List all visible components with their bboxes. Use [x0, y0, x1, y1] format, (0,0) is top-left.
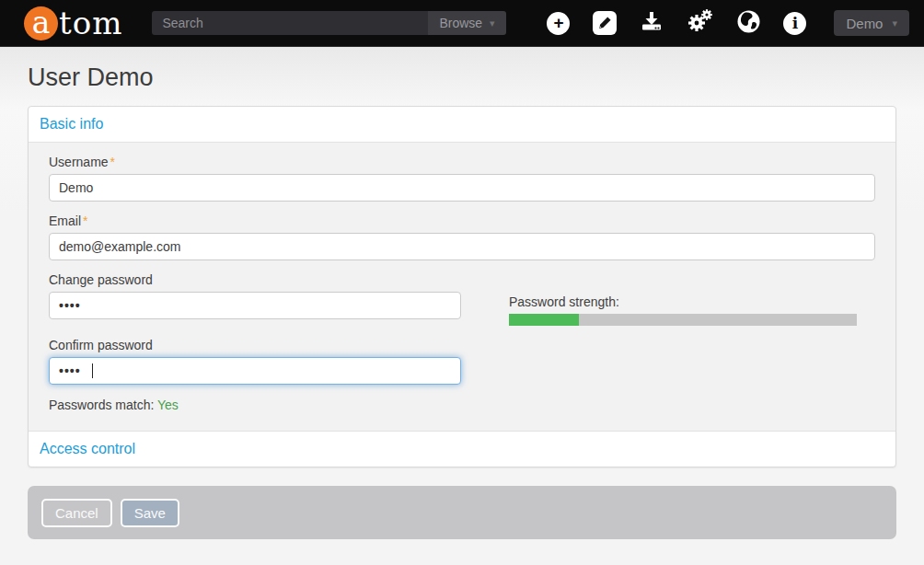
- download-icon: [640, 9, 664, 37]
- top-navbar: atom Browse ▾ +: [0, 0, 924, 47]
- username-input[interactable]: [49, 174, 875, 202]
- atom-logo[interactable]: atom: [24, 5, 122, 41]
- cancel-button[interactable]: Cancel: [41, 499, 112, 527]
- section-basic-info[interactable]: Basic info: [29, 107, 895, 142]
- gears-icon: [687, 8, 714, 38]
- edit-button[interactable]: [593, 11, 617, 35]
- caret-down-icon: ▾: [490, 18, 495, 29]
- text-cursor: [92, 363, 93, 378]
- confirm-password-input[interactable]: [49, 357, 461, 385]
- required-asterisk: *: [83, 213, 87, 228]
- browse-button-label: Browse: [439, 16, 482, 30]
- about-button[interactable]: i: [783, 12, 806, 35]
- basic-info-body: Username* Email* Change password Passwor…: [29, 142, 895, 432]
- password-strength-group: Password strength:: [509, 272, 875, 326]
- user-edit-panel: Basic info Username* Email* Change passw…: [28, 106, 896, 467]
- add-button[interactable]: +: [547, 12, 570, 35]
- change-password-group: Change password: [49, 272, 461, 326]
- change-password-label: Change password: [49, 272, 461, 287]
- confirm-password-wrap: [49, 357, 461, 385]
- atom-logo-text: tom: [59, 5, 122, 41]
- section-access-control[interactable]: Access control: [29, 432, 895, 467]
- pencil-icon: [593, 11, 617, 35]
- required-asterisk: *: [110, 155, 115, 169]
- passwords-match-value: Yes: [157, 398, 179, 412]
- password-strength-bar: [509, 314, 857, 326]
- user-menu-label: Demo: [846, 16, 883, 31]
- save-button[interactable]: Save: [121, 499, 179, 527]
- browse-button[interactable]: Browse ▾: [428, 11, 505, 35]
- username-label: Username*: [49, 155, 875, 169]
- email-field-group: Email*: [49, 213, 875, 260]
- page-title: User Demo: [28, 47, 896, 92]
- username-field-group: Username*: [49, 155, 875, 202]
- passwords-match-status: Passwords match: Yes: [49, 398, 875, 412]
- change-password-input[interactable]: [49, 292, 461, 319]
- navbar-icons: +: [547, 8, 806, 38]
- admin-button[interactable]: [687, 8, 714, 38]
- confirm-password-label: Confirm password: [49, 338, 875, 352]
- passwords-match-label: Passwords match:: [49, 398, 154, 412]
- main-content: User Demo Basic info Username* Email* Ch…: [0, 47, 924, 565]
- caret-down-icon: ▾: [892, 18, 897, 29]
- confirm-password-group: Confirm password: [49, 338, 875, 385]
- password-strength-label: Password strength:: [509, 294, 875, 309]
- atom-logo-a-badge: a: [24, 6, 58, 40]
- plus-circle-icon: +: [547, 12, 570, 35]
- search-group: Browse ▾: [152, 11, 505, 35]
- email-input[interactable]: [49, 233, 875, 260]
- globe-icon: [737, 10, 760, 37]
- section-access-control-label: Access control: [40, 441, 135, 456]
- import-button[interactable]: [640, 9, 664, 37]
- info-icon: i: [783, 12, 806, 35]
- form-actions-bar: Cancel Save: [28, 486, 896, 539]
- user-menu-button[interactable]: Demo ▾: [834, 10, 909, 36]
- password-row: Change password Password strength:: [49, 272, 875, 326]
- language-button[interactable]: [737, 10, 760, 37]
- email-label: Email*: [49, 213, 875, 228]
- password-strength-fill: [509, 314, 579, 326]
- search-input[interactable]: [152, 11, 428, 35]
- section-basic-info-label: Basic info: [40, 116, 103, 132]
